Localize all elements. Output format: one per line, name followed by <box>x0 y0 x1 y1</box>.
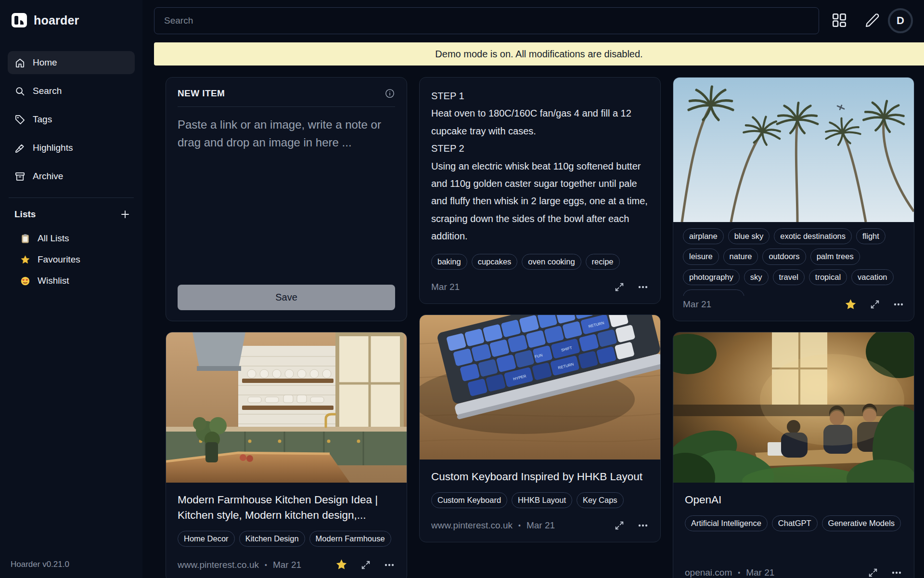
tag-pill[interactable]: Artificial Intelligence <box>685 515 768 531</box>
card-date: Mar 21 <box>526 520 555 531</box>
info-icon[interactable] <box>385 88 395 99</box>
card-date: Mar 21 <box>273 560 301 570</box>
card-title[interactable]: Modern Farmhouse Kitchen Design Idea | K… <box>178 492 395 523</box>
tag-pill[interactable]: flight <box>856 228 886 244</box>
tag-list: baking cupcakes oven cooking recipe <box>431 254 649 270</box>
card-domain[interactable]: www.pinterest.co.uk <box>178 560 259 570</box>
tag-pill[interactable]: outdoors <box>762 249 806 264</box>
edit-pencil-icon[interactable] <box>864 13 880 28</box>
archive-icon <box>14 171 26 182</box>
tag-pill[interactable]: Key Caps <box>577 492 624 508</box>
tag-pill[interactable]: photography <box>683 269 740 285</box>
favourite-star-icon[interactable] <box>335 558 348 571</box>
sidebar-item-label: Home <box>33 57 57 68</box>
tag-pill[interactable]: Home Decor <box>178 531 235 547</box>
app-logo[interactable]: hoarder <box>8 12 135 29</box>
clipboard-icon <box>20 234 30 244</box>
grid-column-1: NEW ITEM Paste a link or an image, write… <box>166 77 407 578</box>
tag-pill[interactable]: nature <box>723 249 758 264</box>
tag-pill[interactable]: exotic destinations <box>774 228 852 244</box>
tag-pill[interactable]: tropical <box>809 269 847 285</box>
sidebar-item-home[interactable]: Home <box>8 51 135 74</box>
expand-icon[interactable] <box>870 299 880 310</box>
tag-pill[interactable]: sky <box>744 269 769 285</box>
expand-icon[interactable] <box>614 282 625 292</box>
openai-office-image[interactable] <box>673 332 914 483</box>
list-item-label: Favourites <box>38 254 80 265</box>
tag-list: Home Decor Kitchen Design Modern Farmhou… <box>178 531 395 547</box>
tag-pill[interactable]: oven cooking <box>522 254 581 270</box>
tag-list: Artificial Intelligence ChatGPT Generati… <box>685 515 902 531</box>
home-icon <box>14 57 26 68</box>
sidebar-item-all-lists[interactable]: All Lists <box>8 228 135 249</box>
sidebar-divider <box>9 197 134 198</box>
tag-pill[interactable]: recipe <box>586 254 620 270</box>
tag-pill[interactable]: Custom Keyboard <box>431 492 507 508</box>
banner-text: Demo mode is on. All modifications are d… <box>435 49 642 60</box>
tag-pill[interactable]: Kitchen Design <box>239 531 305 547</box>
palm-trees-card: airplane blue sky exotic destinations fl… <box>673 77 914 321</box>
palm-trees-image[interactable] <box>673 78 914 222</box>
tag-pill[interactable]: Generative Models <box>822 515 901 531</box>
user-avatar[interactable]: D <box>888 8 913 33</box>
app-version: Hoarder v0.21.0 <box>11 560 69 569</box>
keyboard-image[interactable]: BACK SPACE RETURN SHIFT HYPER RETURN FUN <box>420 315 660 460</box>
sidebar-item-wishlist[interactable]: Wishlist <box>8 270 135 291</box>
tag-pill[interactable]: airplane <box>683 228 724 244</box>
card-title[interactable]: Custom Keyboard Inspired by HHKB Layout <box>431 469 649 485</box>
tag-icon <box>14 114 26 125</box>
expand-icon[interactable] <box>360 560 371 570</box>
tag-pill[interactable]: blue sky <box>728 228 770 244</box>
grid-column-3: airplane blue sky exotic destinations fl… <box>673 77 914 578</box>
tag-pill[interactable]: ChatGPT <box>772 515 818 531</box>
openai-card: OpenAI Artificial Intelligence ChatGPT G… <box>673 332 914 578</box>
more-options-icon[interactable] <box>637 281 649 293</box>
tag-pill[interactable]: baking <box>431 254 467 270</box>
step-body: Heat oven to 180C/160C fan/gas 4 and fil… <box>431 105 649 140</box>
sidebar-item-favourites[interactable]: Favourites <box>8 249 135 270</box>
kitchen-card: Modern Farmhouse Kitchen Design Idea | K… <box>166 332 407 578</box>
sidebar-item-label: Archive <box>33 171 63 182</box>
expand-icon[interactable] <box>868 567 878 578</box>
layout-toggle-icon[interactable] <box>831 12 848 29</box>
sidebar-item-tags[interactable]: Tags <box>8 108 135 131</box>
lists-header: Lists <box>14 209 36 220</box>
more-options-icon[interactable] <box>384 559 395 571</box>
card-domain[interactable]: www.pinterest.co.uk <box>431 520 513 531</box>
tag-pill[interactable]: Modern Farmhouse <box>309 531 391 547</box>
more-options-icon[interactable] <box>891 567 902 578</box>
expand-icon[interactable] <box>614 520 625 531</box>
tag-pill[interactable]: travel <box>773 269 805 285</box>
card-date: Mar 21 <box>683 299 711 310</box>
tag-pill[interactable]: cupcakes <box>472 254 518 270</box>
search-input[interactable] <box>154 7 819 34</box>
hoarder-logo-icon <box>11 12 28 29</box>
more-options-icon[interactable] <box>893 299 904 310</box>
step-body: Using an electric whisk beat 110g soften… <box>431 158 649 245</box>
card-date: Mar 21 <box>431 282 460 292</box>
tag-pill[interactable]: HHKB Layout <box>512 492 572 508</box>
recipe-note-card: STEP 1 Heat oven to 180C/160C fan/gas 4 … <box>419 77 661 304</box>
grid-column-2: STEP 1 Heat oven to 180C/160C fan/gas 4 … <box>419 77 661 542</box>
sidebar-item-label: Highlights <box>33 143 73 153</box>
sidebar-item-archive[interactable]: Archive <box>8 165 135 188</box>
save-button[interactable]: Save <box>178 285 395 310</box>
card-title[interactable]: OpenAI <box>685 492 902 508</box>
tag-pill[interactable]: vacation <box>851 269 893 285</box>
sidebar-item-highlights[interactable]: Highlights <box>8 136 135 159</box>
add-list-button[interactable] <box>119 209 131 220</box>
clipped-tag-pill <box>683 289 744 296</box>
tag-pill[interactable]: palm trees <box>810 249 860 264</box>
kitchen-image[interactable] <box>166 332 407 483</box>
sidebar: hoarder Home Search Tags <box>0 0 142 578</box>
new-item-editor[interactable]: Paste a link or an image, write a note o… <box>178 116 395 173</box>
avatar-letter: D <box>897 14 904 27</box>
card-domain[interactable]: openai.com <box>685 567 732 578</box>
highlighter-icon <box>14 143 26 154</box>
more-options-icon[interactable] <box>637 520 649 531</box>
demo-mode-banner: Demo mode is on. All modifications are d… <box>154 42 924 66</box>
tag-pill[interactable]: leisure <box>683 249 719 264</box>
sidebar-item-search[interactable]: Search <box>8 79 135 103</box>
favourite-star-icon[interactable] <box>844 298 857 311</box>
note-body[interactable]: STEP 1 Heat oven to 180C/160C fan/gas 4 … <box>431 87 649 245</box>
